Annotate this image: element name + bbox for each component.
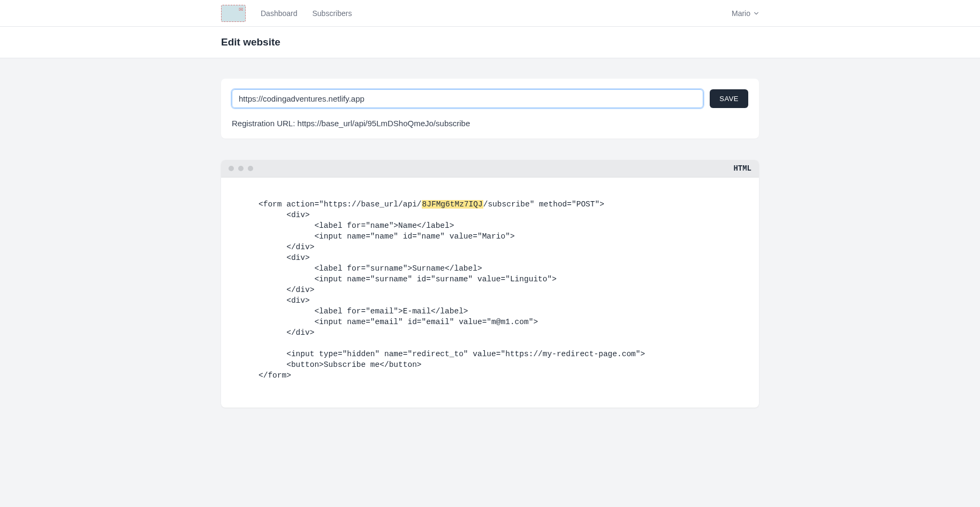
code-line: </div>: [259, 243, 314, 251]
user-menu[interactable]: Mario: [732, 9, 759, 18]
code-line: </div>: [259, 328, 314, 337]
user-name: Mario: [732, 9, 750, 18]
website-url-input[interactable]: [232, 89, 703, 108]
code-line: <input name="name" id="name" value="Mari…: [259, 232, 515, 241]
top-navigation: Dashboard Subscribers Mario: [0, 0, 980, 27]
code-snippet-card: HTML <form action="https://base_url/api/…: [221, 160, 759, 408]
code-line: <div>: [259, 211, 310, 219]
code-language-label: HTML: [733, 164, 751, 173]
main-content: SAVE Registration URL: https://base_url/…: [221, 58, 759, 428]
code-line: </div>: [259, 286, 314, 294]
code-line: <label for="email">E-mail</label>: [259, 307, 468, 316]
registration-url-value: https://base_url/api/95LmDShoQmeJo/subsc…: [298, 119, 470, 128]
save-button[interactable]: SAVE: [710, 89, 748, 108]
code-body[interactable]: <form action="https://base_url/api/8JFMg…: [221, 178, 759, 408]
code-line: <input name="email" id="email" value="m@…: [259, 318, 538, 326]
code-line: /subscribe" method="POST">: [483, 200, 604, 209]
nav-dashboard[interactable]: Dashboard: [261, 9, 298, 18]
registration-url-label: Registration URL:: [232, 119, 298, 128]
logo[interactable]: [221, 5, 246, 22]
registration-url-text: Registration URL: https://base_url/api/9…: [232, 119, 748, 128]
code-line: </form>: [259, 371, 291, 380]
page-title-bar: Edit website: [0, 27, 980, 58]
window-dot-icon: [229, 166, 234, 171]
code-line: <label for="name">Name</label>: [259, 221, 454, 230]
nav-subscribers[interactable]: Subscribers: [313, 9, 352, 18]
code-line: <input type="hidden" name="redirect_to" …: [259, 350, 645, 358]
window-dot-icon: [248, 166, 253, 171]
window-dot-icon: [238, 166, 244, 171]
code-line: <label for="surname">Surname</label>: [259, 264, 482, 273]
code-highlight: 8JFMg6tMz7IQJ: [422, 200, 483, 209]
code-line: <div>: [259, 253, 310, 262]
edit-website-card: SAVE Registration URL: https://base_url/…: [221, 79, 759, 139]
code-line: <input name="surname" id="surname" value…: [259, 275, 557, 283]
page-title: Edit website: [221, 36, 759, 48]
chevron-down-icon: [754, 11, 759, 16]
code-line: <div>: [259, 296, 310, 305]
code-line: <button>Subscribe me</button>: [259, 360, 422, 369]
window-controls: [229, 166, 253, 171]
code-header: HTML: [221, 160, 759, 178]
code-line: <form action="https://base_url/api/: [259, 200, 422, 209]
